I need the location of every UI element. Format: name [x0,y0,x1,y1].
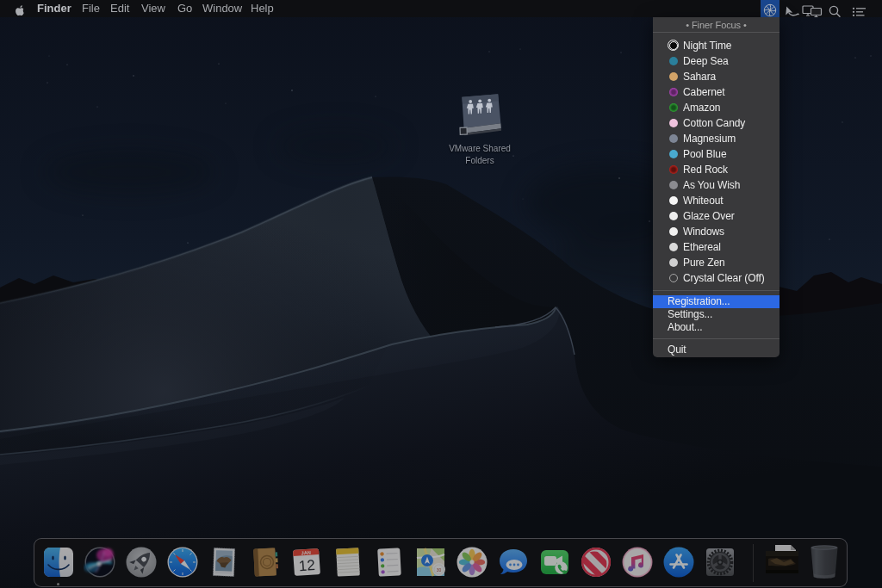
svg-text:JAN: JAN [301,550,311,556]
svg-text:30: 30 [437,567,442,573]
svg-text:12: 12 [298,557,315,574]
